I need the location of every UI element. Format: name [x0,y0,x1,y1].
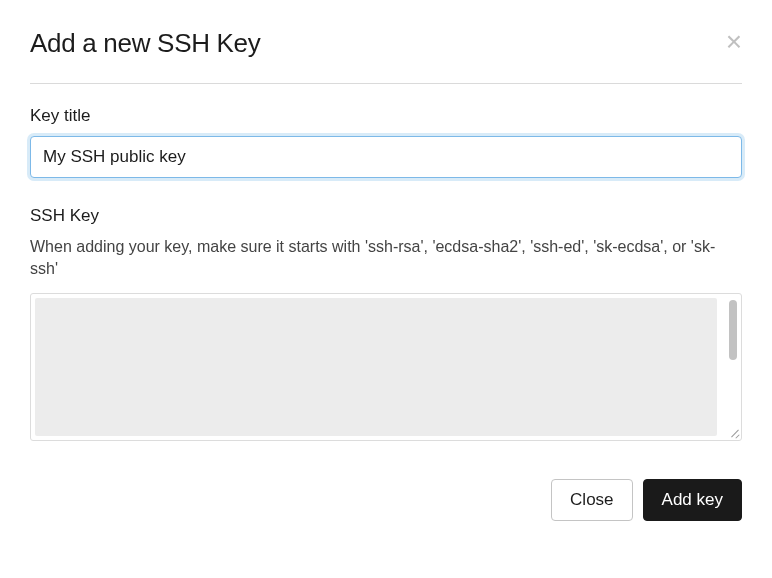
close-button[interactable]: Close [551,479,632,521]
ssh-key-label: SSH Key [30,206,742,226]
textarea-scrollbar[interactable] [729,300,737,360]
dialog-footer: Close Add key [30,469,742,521]
key-title-group: Key title [30,106,742,178]
textarea-resize-handle[interactable] [727,426,739,438]
dialog-title: Add a new SSH Key [30,28,260,59]
textarea-content-area [35,298,717,436]
add-ssh-key-dialog: Add a new SSH Key × Key title SSH Key Wh… [0,0,772,521]
add-key-button[interactable]: Add key [643,479,742,521]
ssh-key-textarea[interactable] [30,293,742,441]
key-title-input[interactable] [30,136,742,178]
close-icon[interactable]: × [726,28,742,56]
dialog-header: Add a new SSH Key × [30,28,742,84]
key-title-label: Key title [30,106,742,126]
ssh-key-helper: When adding your key, make sure it start… [30,236,742,281]
ssh-key-group: SSH Key When adding your key, make sure … [30,206,742,441]
